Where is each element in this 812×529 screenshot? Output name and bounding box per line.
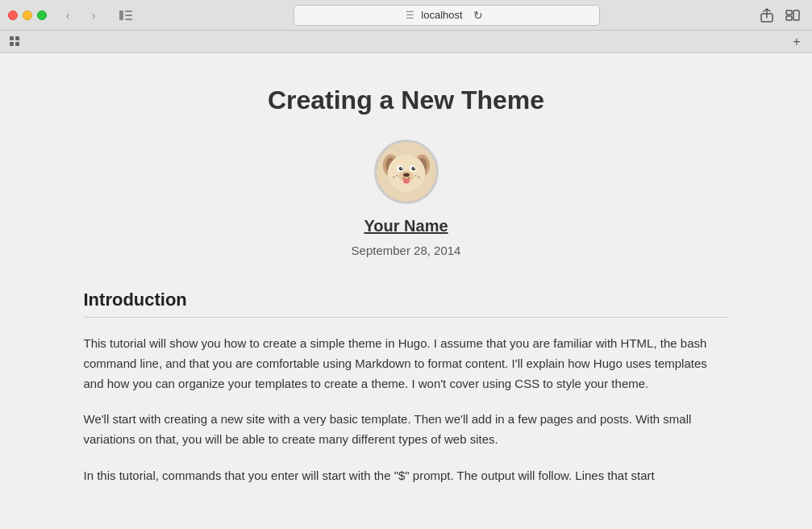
browser-frame: ‹ › ☰ localhost ↻ [0,0,812,529]
svg-point-22 [401,167,402,169]
introduction-paragraph-3: In this tutorial, commands that you ente… [84,466,729,486]
grid-icon[interactable] [6,33,24,51]
address-bar-container: ☰ localhost ↻ [144,5,749,26]
reload-button[interactable]: ↻ [469,6,487,24]
svg-point-30 [418,177,419,178]
svg-rect-10 [10,42,14,46]
svg-point-29 [414,175,416,177]
svg-point-21 [411,167,415,171]
svg-point-23 [413,167,414,169]
url-text: localhost [421,9,462,21]
avatar-image [374,140,439,204]
author-avatar [84,140,729,204]
article-title: Creating a New Theme [84,85,729,115]
svg-rect-0 [119,10,123,20]
svg-rect-1 [125,10,132,12]
svg-rect-3 [125,19,132,20]
introduction-paragraph-2: We'll start with creating a new site wit… [84,410,729,450]
close-button[interactable] [8,10,18,20]
article-date: September 28, 2014 [84,244,729,257]
address-bar[interactable]: ☰ localhost ↻ [294,5,600,26]
page-content: Creating a New Theme [0,53,812,529]
hamburger-icon: ☰ [406,10,414,21]
add-tab-button[interactable]: + [788,33,806,51]
new-tab-button[interactable] [781,6,804,24]
nav-buttons: ‹ › [56,6,105,24]
share-button[interactable] [756,6,778,24]
toolbar-right [756,6,804,24]
svg-rect-7 [793,10,799,20]
svg-rect-5 [786,10,792,15]
forward-button[interactable]: › [82,6,105,24]
introduction-heading: Introduction [84,289,729,310]
tab-bar: + [0,31,812,53]
svg-rect-9 [15,36,19,40]
svg-point-27 [396,175,398,177]
svg-rect-6 [786,16,792,20]
title-bar: ‹ › ☰ localhost ↻ [0,0,812,31]
back-button[interactable]: ‹ [56,6,79,24]
svg-point-25 [403,173,410,177]
svg-point-20 [398,167,402,171]
section-divider [84,317,729,318]
author-name[interactable]: Your Name [84,217,729,235]
svg-point-26 [403,179,410,184]
minimize-button[interactable] [23,10,32,20]
introduction-paragraph-1: This tutorial will show you how to creat… [84,334,729,394]
article: Creating a New Theme [84,85,729,502]
svg-rect-2 [125,15,132,16]
traffic-lights [8,10,47,20]
maximize-button[interactable] [37,10,47,20]
svg-rect-11 [15,42,19,46]
svg-rect-8 [10,36,14,40]
svg-point-28 [393,177,394,178]
sidebar-toggle-button[interactable] [115,6,137,24]
